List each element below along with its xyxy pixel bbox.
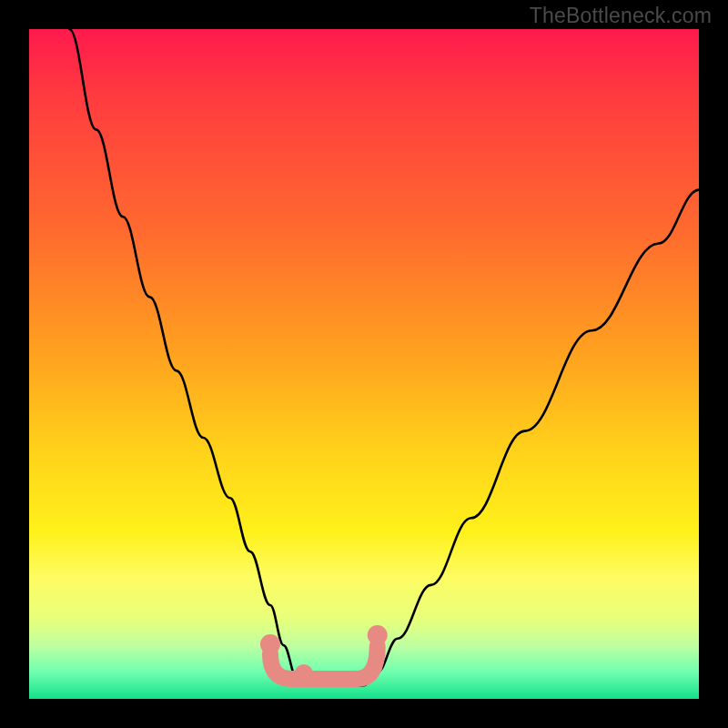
- marker-left: [260, 634, 280, 654]
- bottleneck-curve: [69, 29, 699, 685]
- marker-right: [368, 625, 388, 645]
- chart-svg: [29, 29, 699, 699]
- chart-frame: TheBottleneck.com: [0, 0, 728, 728]
- plot-area: [29, 29, 699, 699]
- marker-min: [295, 664, 313, 682]
- watermark-text: TheBottleneck.com: [530, 4, 712, 28]
